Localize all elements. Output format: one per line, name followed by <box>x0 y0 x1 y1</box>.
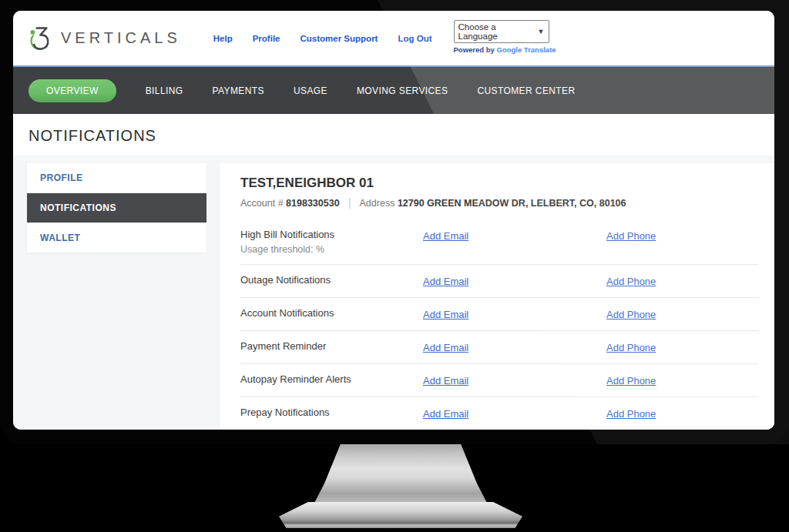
notification-row: Autopay Reminder Alerts Add Email Add Ph… <box>240 364 759 397</box>
monitor-stand-base <box>279 502 522 528</box>
sidebar-item-notifications[interactable]: NOTIFICATIONS <box>27 193 206 223</box>
language-select-value: Choose a Language <box>458 22 533 41</box>
notification-labels: High Bill Notifications Usage threshold:… <box>240 229 423 255</box>
customer-name: TEST,ENEIGHBOR 01 <box>240 176 759 191</box>
add-email-link[interactable]: Add Email <box>423 230 468 242</box>
notification-labels: Autopay Reminder Alerts <box>240 373 423 385</box>
add-email-link[interactable]: Add Email <box>423 375 468 386</box>
add-email-link[interactable]: Add Email <box>423 342 468 353</box>
i3-logo-icon <box>29 24 56 53</box>
nav-item-customer-center[interactable]: CUSTOMER CENTER <box>477 85 575 96</box>
language-select[interactable]: Choose a Language ▼ <box>454 20 549 43</box>
notifications-card: TEST,ENEIGHBOR 01 Account # 8198330530 |… <box>220 163 774 430</box>
notification-type-label: High Bill Notifications <box>240 229 423 240</box>
page-title-band: NOTIFICATIONS <box>13 114 774 156</box>
google-translate-note: Powered by Google Translate <box>454 45 556 54</box>
settings-sidebar: PROFILENOTIFICATIONSWALLET <box>27 163 206 253</box>
utility-link-profile[interactable]: Profile <box>253 34 280 43</box>
add-email-link[interactable]: Add Email <box>423 309 468 320</box>
nav-item-overview[interactable]: OVERVIEW <box>29 79 116 102</box>
add-phone-link[interactable]: Add Phone <box>606 276 656 287</box>
brand-logo: VERTICALS <box>29 24 181 53</box>
account-meta: Account # 8198330530 | Address 12790 GRE… <box>240 196 759 209</box>
top-header: VERTICALS HelpProfileCustomer SupportLog… <box>13 11 774 65</box>
utility-link-log-out[interactable]: Log Out <box>398 34 431 43</box>
notification-labels: Payment Reminder <box>240 340 423 352</box>
brand-wordmark: VERTICALS <box>61 29 181 47</box>
notification-type-label: Prepay Notifications <box>240 407 423 418</box>
language-area: Choose a Language ▼ Powered by Google Tr… <box>454 20 556 54</box>
notification-type-label: Outage Notifications <box>240 274 423 286</box>
add-phone-link[interactable]: Add Phone <box>606 309 656 320</box>
nav-item-billing[interactable]: BILLING <box>146 85 183 96</box>
sidebar-item-wallet[interactable]: WALLET <box>27 223 206 253</box>
notification-labels: Account Notifications <box>240 307 423 319</box>
address-label: Address <box>360 198 395 209</box>
utility-link-help[interactable]: Help <box>213 34 233 43</box>
notification-labels: Outage Notifications <box>240 274 423 286</box>
account-number-label: Account # <box>240 198 284 209</box>
sidebar-item-profile[interactable]: PROFILE <box>27 163 206 193</box>
main-nav: OVERVIEWBILLINGPAYMENTSUSAGEMOVING SERVI… <box>13 67 774 114</box>
notification-type-label: Autopay Reminder Alerts <box>240 373 423 385</box>
nav-item-moving-services[interactable]: MOVING SERVICES <box>357 85 448 96</box>
page-title: NOTIFICATIONS <box>29 127 759 145</box>
utility-links: HelpProfileCustomer SupportLog Out <box>213 34 432 43</box>
notification-labels: Prepay Notifications <box>240 407 423 418</box>
nav-item-payments[interactable]: PAYMENTS <box>213 85 264 96</box>
google-translate-link[interactable]: Google Translate <box>497 45 556 54</box>
add-phone-link[interactable]: Add Phone <box>606 342 656 353</box>
nav-item-usage[interactable]: USAGE <box>294 85 327 96</box>
notification-row: Payment Reminder Add Email Add Phone <box>240 331 759 364</box>
add-phone-link[interactable]: Add Phone <box>606 375 656 386</box>
notification-row: Outage Notifications Add Email Add Phone <box>240 265 759 298</box>
utility-link-customer-support[interactable]: Customer Support <box>300 34 378 43</box>
monitor-stand-neck <box>312 444 489 507</box>
add-email-link[interactable]: Add Email <box>423 408 468 420</box>
add-phone-link[interactable]: Add Phone <box>606 230 656 242</box>
powered-by-label: Powered by <box>454 45 495 54</box>
add-email-link[interactable]: Add Email <box>423 276 468 287</box>
notification-row: Prepay Notifications Add Email Add Phone <box>240 397 759 430</box>
notification-row: Account Notifications Add Email Add Phon… <box>240 298 759 331</box>
address-value: 12790 GREEN MEADOW DR, LELBERT, CO, 8010… <box>398 198 626 209</box>
notification-type-label: Payment Reminder <box>240 340 423 352</box>
add-phone-link[interactable]: Add Phone <box>606 408 656 420</box>
notification-rows: High Bill Notifications Usage threshold:… <box>240 219 759 430</box>
notification-sublabel: Usage threshold: % <box>240 244 423 255</box>
screen: VERTICALS HelpProfileCustomer SupportLog… <box>13 11 774 430</box>
chevron-down-icon: ▼ <box>538 28 545 35</box>
notification-row: High Bill Notifications Usage threshold:… <box>240 219 759 265</box>
meta-separator: | <box>348 196 351 209</box>
account-number: 8198330530 <box>286 198 340 209</box>
notification-type-label: Account Notifications <box>240 307 423 319</box>
content-area: PROFILENOTIFICATIONSWALLET TEST,ENEIGHBO… <box>13 156 774 430</box>
